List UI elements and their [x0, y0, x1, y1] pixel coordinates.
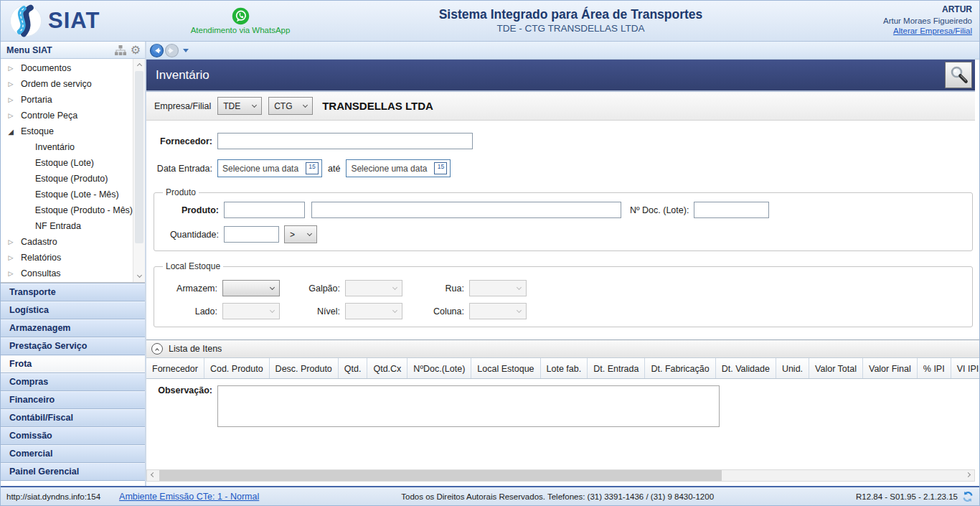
- tree-item-ordem-de-servico[interactable]: ▷Ordem de serviço: [1, 76, 133, 92]
- accordion-section-comercial[interactable]: Comercial: [1, 445, 145, 463]
- forward-button[interactable]: [166, 44, 179, 57]
- data-entrada-fim-input[interactable]: Selecione uma data 15: [346, 159, 451, 177]
- accordion-section-painel-gerencial[interactable]: Painel Gerencial: [1, 463, 145, 481]
- chevron-down-icon: [270, 307, 275, 312]
- accordion-section-contabil-fiscal[interactable]: Contábil/Fiscal: [1, 409, 145, 427]
- tree-collapsed-icon[interactable]: ▷: [6, 65, 15, 72]
- produto-codigo-input[interactable]: [224, 202, 305, 218]
- accordion-section-comissao[interactable]: Comissão: [1, 427, 145, 445]
- column-header-dt-entrada[interactable]: Dt. Entrada: [588, 358, 645, 379]
- column-header-fornecedor[interactable]: Fornecedor: [146, 358, 204, 379]
- ndoc-lote-input[interactable]: [694, 202, 769, 218]
- quantidade-operator-select[interactable]: >: [284, 225, 317, 243]
- armazem-label: Armazem:: [160, 284, 217, 294]
- produto-descricao-input: [311, 202, 621, 218]
- tree-item-estoque-produto-mes[interactable]: Estoque (Produto - Mês): [1, 202, 133, 218]
- column-header-vi-ipi[interactable]: VI IPI: [951, 358, 979, 379]
- tree-scrollbar[interactable]: [133, 59, 145, 282]
- app-subtitle: TDE - CTG TRANSDELLAS LTDA: [288, 23, 854, 35]
- column-header-qtd[interactable]: Qtd.: [339, 358, 368, 379]
- coluna-select: [469, 303, 527, 319]
- column-header-n-doc-lote[interactable]: NºDoc.(Lote): [407, 358, 471, 379]
- search-button[interactable]: [945, 62, 972, 88]
- horizontal-scrollbar-thumb[interactable]: [159, 470, 722, 481]
- tree-collapsed-icon[interactable]: ▷: [6, 254, 15, 261]
- column-header-dt-validade[interactable]: Dt. Validade: [716, 358, 776, 379]
- sitemap-icon[interactable]: [115, 45, 126, 55]
- column-header-valor-total[interactable]: Valor Total: [809, 358, 863, 379]
- empresa-select[interactable]: TDE: [217, 97, 262, 115]
- tree-item-nf-entrada[interactable]: NF Entrada: [1, 218, 133, 234]
- whatsapp-label: Atendimento via WhatsApp: [191, 26, 291, 34]
- accordion-section-armazenagem[interactable]: Armazenagem: [1, 319, 145, 337]
- galpao-select: [345, 280, 402, 296]
- calendar-icon[interactable]: 15: [306, 162, 319, 174]
- column-header-lote-fab[interactable]: Lote fab.: [541, 358, 588, 379]
- calendar-icon[interactable]: 15: [434, 162, 447, 174]
- tree-item-controle-peca[interactable]: ▷Controle Peça: [1, 108, 133, 123]
- tree-scrollbar-thumb[interactable]: [135, 71, 143, 243]
- chevron-down-icon: [392, 307, 397, 312]
- produto-label: Produto:: [160, 205, 219, 215]
- column-header-cod-produto[interactable]: Cod. Produto: [204, 358, 270, 379]
- column-header-valor-final[interactable]: Valor Final: [863, 358, 918, 379]
- data-entrada-inicio-input[interactable]: Selecione uma data 15: [217, 159, 322, 177]
- fornecedor-input[interactable]: [217, 133, 473, 149]
- quantidade-label: Quantidade:: [160, 230, 219, 240]
- tree-item-estoque-produto[interactable]: Estoque (Produto): [1, 171, 133, 187]
- tree-item-documentos[interactable]: ▷Documentos: [1, 60, 133, 76]
- tree-collapsed-icon[interactable]: ▷: [6, 96, 15, 103]
- accordion-section-compras[interactable]: Compras: [1, 373, 145, 391]
- tree-item-relatorios[interactable]: ▷Relatórios: [1, 250, 133, 266]
- empresa-select-value: TDE: [223, 101, 240, 111]
- tree-collapsed-icon[interactable]: ▷: [6, 238, 15, 245]
- horizontal-scrollbar[interactable]: [146, 469, 975, 482]
- accordion-section-financeiro[interactable]: Financeiro: [1, 391, 145, 409]
- column-header-desc-produto[interactable]: Desc. Produto: [270, 358, 339, 379]
- tree-collapsed-icon[interactable]: ▷: [6, 270, 15, 277]
- produto-fieldset: Produto Produto: Nº Doc. (Lote): Quantid…: [154, 187, 973, 251]
- back-button[interactable]: [151, 44, 164, 57]
- nav-toolbar: [146, 42, 979, 60]
- ndoc-lote-label: Nº Doc. (Lote):: [630, 205, 689, 215]
- quantidade-input[interactable]: [224, 226, 279, 243]
- tree-item-estoque[interactable]: ◢Estoque: [1, 123, 133, 139]
- scroll-right-icon[interactable]: [962, 470, 974, 481]
- status-bar: http://siat.dyndns.info:154 Ambiente Emi…: [1, 486, 979, 505]
- menu-tree-panel: ▷Documentos▷Ordem de serviço▷Portaria▷Co…: [1, 59, 145, 283]
- tree-item-estoque-lote-mes[interactable]: Estoque (Lote - Mês): [1, 187, 133, 202]
- tree-item-portaria[interactable]: ▷Portaria: [1, 92, 133, 108]
- tree-item-estoque-lote[interactable]: Estoque (Lote): [1, 155, 133, 171]
- tree-expanded-icon[interactable]: ◢: [6, 128, 15, 136]
- date-placeholder: Selecione uma data: [351, 164, 434, 174]
- accordion-section-transporte[interactable]: Transporte: [1, 284, 145, 301]
- column-header-unid[interactable]: Unid.: [776, 358, 809, 379]
- ambiente-cte-link[interactable]: Ambiente Emissão CTe: 1 - Normal: [119, 492, 259, 502]
- refresh-icon[interactable]: [962, 491, 974, 502]
- tree-item-cadastro[interactable]: ▷Cadastro: [1, 234, 133, 250]
- accordion-section-logistica[interactable]: Logística: [1, 301, 145, 319]
- scroll-left-icon[interactable]: [147, 470, 159, 481]
- observacao-textarea[interactable]: [217, 385, 720, 427]
- tree-item-consultas[interactable]: ▷Consultas: [1, 266, 133, 281]
- nav-history-dropdown-icon[interactable]: [183, 49, 189, 52]
- filial-select[interactable]: CTG: [268, 97, 313, 115]
- accordion-section-prestacao-servico[interactable]: Prestação Serviço: [1, 337, 145, 355]
- collapse-icon[interactable]: [151, 343, 163, 355]
- scroll-down-icon[interactable]: [133, 271, 145, 282]
- column-header-ipi[interactable]: % IPI: [918, 358, 951, 379]
- accordion-section-frota[interactable]: Frota: [1, 355, 145, 373]
- tree-collapsed-icon[interactable]: ▷: [6, 112, 15, 119]
- column-header-local-estoque[interactable]: Local Estoque: [471, 358, 540, 379]
- whatsapp-support[interactable]: Atendimento via WhatsApp: [193, 7, 288, 34]
- tree-item-inventario[interactable]: Inventário: [1, 139, 133, 155]
- armazem-select[interactable]: [222, 280, 280, 296]
- column-header-qtd-cx[interactable]: Qtd.Cx: [367, 358, 407, 379]
- gear-icon[interactable]: ⚙: [131, 44, 141, 56]
- column-header-dt-fabricacao[interactable]: Dt. Fabricação: [645, 358, 715, 379]
- change-company-link[interactable]: Alterar Empresa/Filial: [893, 27, 972, 35]
- lista-itens-bar[interactable]: Lista de Itens: [146, 339, 979, 358]
- version-text: R12.84 - S01.95 - 2.1.23.15: [856, 492, 958, 501]
- scroll-up-icon[interactable]: [133, 59, 145, 70]
- tree-collapsed-icon[interactable]: ▷: [6, 80, 15, 88]
